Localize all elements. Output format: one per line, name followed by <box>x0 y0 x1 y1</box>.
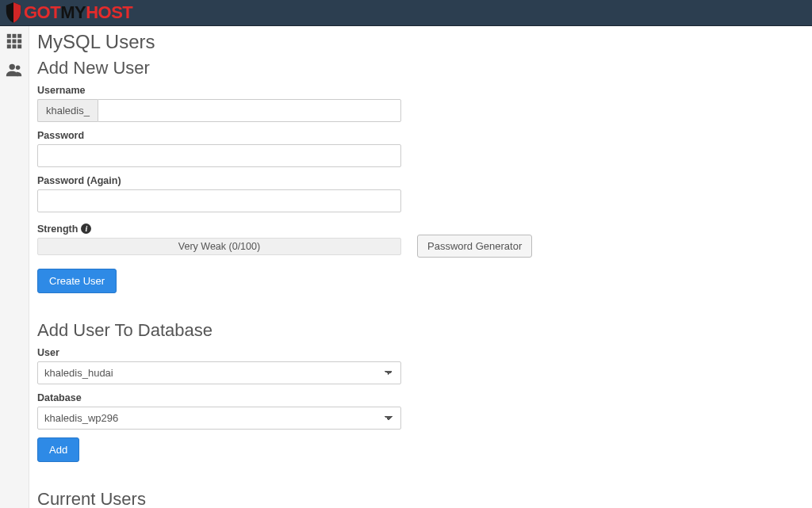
brand-text-my: MY <box>60 2 86 23</box>
password-again-input[interactable] <box>37 189 401 212</box>
grid-icon[interactable] <box>4 32 25 50</box>
users-icon[interactable] <box>4 61 25 78</box>
brand-logo[interactable]: GOTMYHOST <box>5 2 132 23</box>
info-icon[interactable]: i <box>81 223 91 234</box>
svg-rect-2 <box>17 34 21 38</box>
database-select-label: Database <box>37 392 801 403</box>
brand-text-got: GOT <box>24 2 60 23</box>
page-title: MySQL Users <box>37 31 801 53</box>
strength-meter: Very Weak (0/100) <box>37 238 401 255</box>
topbar: GOTMYHOST <box>0 0 812 26</box>
password-again-label: Password (Again) <box>37 175 801 186</box>
svg-rect-3 <box>7 40 11 44</box>
password-input[interactable] <box>37 144 401 167</box>
svg-rect-7 <box>13 44 17 48</box>
user-select-label: User <box>37 347 801 358</box>
create-user-button[interactable]: Create User <box>37 269 117 293</box>
main-content: MySQL Users Add New User Username khaled… <box>29 26 812 508</box>
username-input[interactable] <box>98 99 401 122</box>
username-prefix: khaledis_ <box>37 99 98 122</box>
svg-rect-8 <box>17 44 21 48</box>
user-select[interactable]: khaledis_hudai <box>37 361 401 384</box>
svg-point-9 <box>10 64 15 70</box>
database-select[interactable]: khaledis_wp296 <box>37 407 401 430</box>
svg-rect-1 <box>13 34 17 38</box>
add-to-db-heading: Add User To Database <box>37 320 801 341</box>
password-generator-button[interactable]: Password Generator <box>417 235 532 258</box>
svg-rect-5 <box>17 40 21 44</box>
svg-point-10 <box>16 66 21 71</box>
username-label: Username <box>37 85 801 96</box>
svg-rect-6 <box>7 44 11 48</box>
sidebar <box>0 26 29 508</box>
strength-label: Strength i <box>37 223 401 235</box>
add-user-heading: Add New User <box>37 58 801 78</box>
shield-icon <box>5 2 22 23</box>
brand-text-host: HOST <box>86 2 132 23</box>
password-label: Password <box>37 130 801 141</box>
add-button[interactable]: Add <box>37 437 79 462</box>
svg-rect-0 <box>7 34 11 38</box>
svg-rect-4 <box>13 40 17 44</box>
current-users-heading: Current Users <box>37 489 801 508</box>
